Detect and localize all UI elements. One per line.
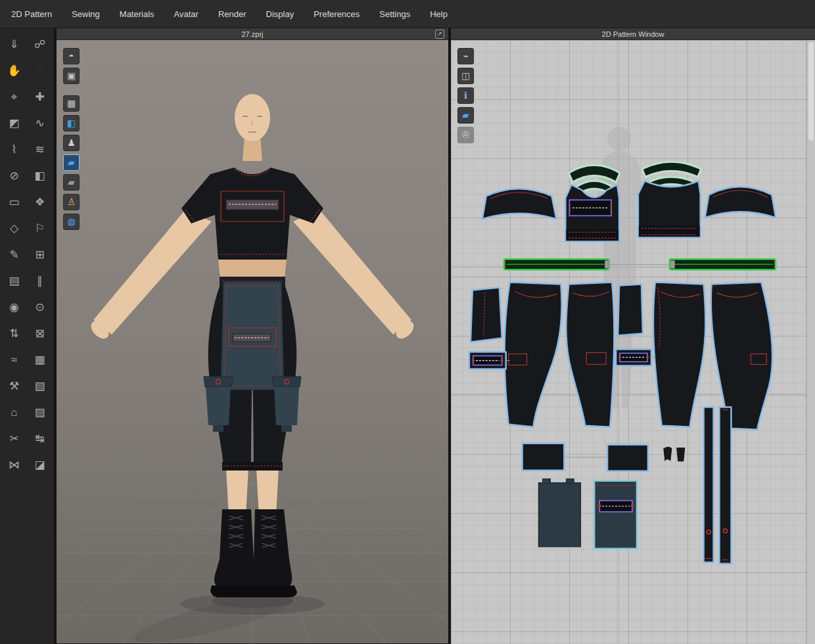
avatar-tape-icon[interactable]: ⌂	[6, 404, 23, 421]
zipper-slider-icon[interactable]: ⌁	[457, 48, 474, 64]
pattern-pant-back-left[interactable]	[566, 282, 614, 426]
viewport-3d-pane: 27.zprj ↗ ◓▣▦◧♟▰▰♙◍	[57, 28, 448, 644]
avatar-head	[235, 94, 270, 141]
texture-paint-icon[interactable]: ◧	[63, 115, 80, 131]
avatar-arrangement-icon[interactable]: ☍	[32, 36, 49, 53]
notch-icon[interactable]: ⚐	[32, 220, 49, 237]
pattern-sleeve-right[interactable]	[705, 187, 776, 218]
shrinkage-icon[interactable]: ≈	[6, 352, 23, 369]
pattern-lock-icon[interactable]: ✇	[457, 127, 474, 143]
pattern-canvas	[451, 40, 815, 644]
left-pocket-flap	[204, 377, 233, 387]
zipper-icon[interactable]: ⇅	[6, 325, 23, 342]
right-pocket-strap	[281, 425, 292, 432]
pattern-sleeve-left[interactable]	[482, 189, 557, 219]
pattern-2d-title: 2D Pattern Window	[602, 30, 664, 38]
avatar-left-shin	[226, 469, 248, 516]
measure-icon[interactable]: ▭	[6, 194, 23, 211]
buttonhole-icon[interactable]: ⊙	[32, 299, 49, 316]
scrollbar-thumb[interactable]	[808, 42, 814, 141]
button-icon[interactable]: ◉	[6, 299, 23, 316]
fabric-weave-icon[interactable]: ▦	[32, 352, 49, 369]
menubar: 2D PatternSewingMaterialsAvatarRenderDis…	[0, 0, 815, 28]
pattern-apron-panel-selected[interactable]	[594, 481, 637, 549]
strip-left-slider	[605, 260, 609, 268]
pleat-icon[interactable]: ∥	[32, 273, 49, 290]
info-icon[interactable]: ℹ	[457, 87, 474, 104]
tack-icon[interactable]: ❖	[32, 194, 49, 211]
menu-avatar[interactable]: Avatar	[164, 5, 208, 23]
garment-apron[interactable]	[221, 282, 284, 390]
strip-right-slider	[670, 260, 675, 268]
skin-display-icon[interactable]: ♙	[63, 194, 80, 210]
pattern-pant-front-right[interactable]	[653, 282, 705, 426]
pattern-side-piece-left[interactable]	[471, 287, 502, 342]
viewport-3d-titlebar[interactable]: 27.zprj ↗	[57, 28, 448, 40]
segment-sewing-icon[interactable]: ⌇	[6, 141, 23, 158]
popout-icon[interactable]: ↗	[435, 30, 444, 39]
pattern-tiny-piece-1[interactable]	[664, 447, 672, 460]
fold-3d-icon[interactable]: ◪	[32, 457, 49, 474]
lock-pattern-icon[interactable]: ⊠	[32, 325, 49, 342]
workspace: ⇓☍✋◌⌖✚◩∿⌇≋⊘◧▭❖◇⚐✎⊞▤∥◉⊙⇅⊠≈▦⚒▧⌂▨✂↹⋈◪ 27.zp…	[0, 28, 815, 644]
dart-transfer-icon[interactable]: ⋈	[6, 457, 23, 474]
pattern-2d-window[interactable]: ⌁◫ℹ▰✇	[451, 40, 815, 644]
viewport-3d-title: 27.zprj	[241, 30, 263, 38]
vertical-scrollbar[interactable]	[806, 40, 815, 644]
garment-display-icon[interactable]: ◫	[457, 68, 474, 84]
fabric-display-icon[interactable]: ▰	[457, 107, 474, 124]
pin-move-icon[interactable]: ↹	[32, 430, 49, 448]
menu-materials[interactable]: Materials	[110, 5, 164, 23]
right-pocket-flap	[272, 377, 301, 387]
pattern-2d-toolbar: ⌁◫ℹ▰✇	[457, 48, 474, 143]
scissors-icon[interactable]: ✂	[6, 430, 23, 448]
mesh-display-icon[interactable]: ▦	[63, 95, 80, 112]
avatar-midriff	[218, 260, 287, 278]
menu-2d-pattern[interactable]: 2D Pattern	[1, 5, 62, 23]
pattern-strap-1[interactable]	[704, 407, 714, 563]
pattern-2d-pane: 2D Pattern Window ⌁◫ℹ▰✇	[451, 28, 815, 644]
pattern-flap-a[interactable]	[523, 444, 565, 471]
dart-icon[interactable]: ◇	[6, 220, 23, 237]
seam-allowance-icon[interactable]: ⊞	[32, 246, 49, 264]
menu-settings[interactable]: Settings	[369, 5, 420, 23]
transform-pattern-icon[interactable]: ⌖	[6, 89, 23, 106]
left-pocket	[206, 387, 231, 425]
avatar-display-icon[interactable]: ♟	[63, 135, 80, 151]
pin-icon[interactable]: ✚	[32, 89, 49, 106]
edit-curvature-icon[interactable]: ∿	[32, 115, 49, 132]
simulate-icon[interactable]: ⇓	[6, 36, 23, 53]
fold-arrangement-icon[interactable]: ◧	[32, 168, 49, 185]
trace-icon[interactable]: ✎	[6, 246, 23, 264]
pattern-pant-front-left[interactable]	[505, 282, 562, 426]
thick-texture-icon[interactable]: ▰	[63, 154, 80, 171]
brush-icon[interactable]: ✋	[6, 62, 23, 80]
pattern-apron-panel-flat[interactable]	[539, 479, 581, 547]
fabric-print-icon[interactable]: ▧	[32, 378, 49, 395]
edit-pattern-icon[interactable]: ◩	[6, 115, 23, 132]
fabric-texture-icon[interactable]: ▨	[32, 404, 49, 421]
pattern-tiny-piece-2[interactable]	[677, 448, 685, 461]
flatten-icon[interactable]: ▤	[6, 273, 23, 290]
avatar-size-icon[interactable]: ⚒	[6, 378, 23, 395]
free-sewing-icon[interactable]: ≋	[32, 141, 49, 158]
menu-help[interactable]: Help	[420, 5, 457, 23]
menu-render[interactable]: Render	[208, 5, 256, 23]
pattern-2d-titlebar[interactable]: 2D Pattern Window	[451, 28, 815, 40]
scene-3d	[57, 40, 448, 643]
menu-preferences[interactable]: Preferences	[304, 5, 369, 23]
pattern-collar-back-outer[interactable]	[642, 162, 701, 177]
main-toolbar-grid: ⇓☍✋◌⌖✚◩∿⌇≋⊘◧▭❖◇⚐✎⊞▤∥◉⊙⇅⊠≈▦⚒▧⌂▨✂↹⋈◪	[4, 36, 50, 474]
pattern-side-piece-center[interactable]	[618, 284, 643, 335]
viewport-3d[interactable]: ◓▣▦◧♟▰▰♙◍	[57, 40, 448, 644]
brush-alt-icon[interactable]: ◌	[32, 62, 49, 80]
pattern-flap-b[interactable]	[607, 445, 648, 471]
menu-sewing[interactable]: Sewing	[62, 5, 110, 23]
avatar-body-display-icon[interactable]: ▣	[63, 68, 80, 84]
menu-display[interactable]: Display	[256, 5, 304, 23]
environment-icon[interactable]: ◍	[63, 214, 80, 230]
detach-sewing-icon[interactable]: ⊘	[6, 168, 23, 185]
avatar-head-display-icon[interactable]: ◓	[63, 48, 80, 64]
pattern-strap-2[interactable]	[720, 407, 732, 564]
thin-texture-icon[interactable]: ▰	[63, 174, 80, 191]
